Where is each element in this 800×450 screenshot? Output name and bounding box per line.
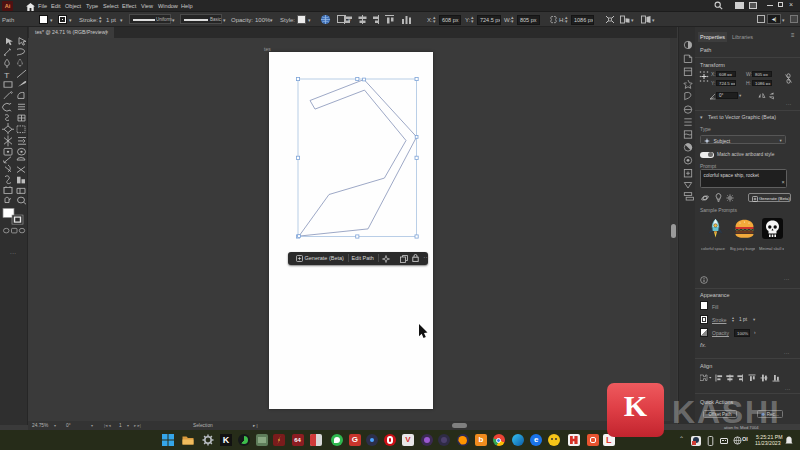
svg-text:T: T [4, 71, 10, 79]
